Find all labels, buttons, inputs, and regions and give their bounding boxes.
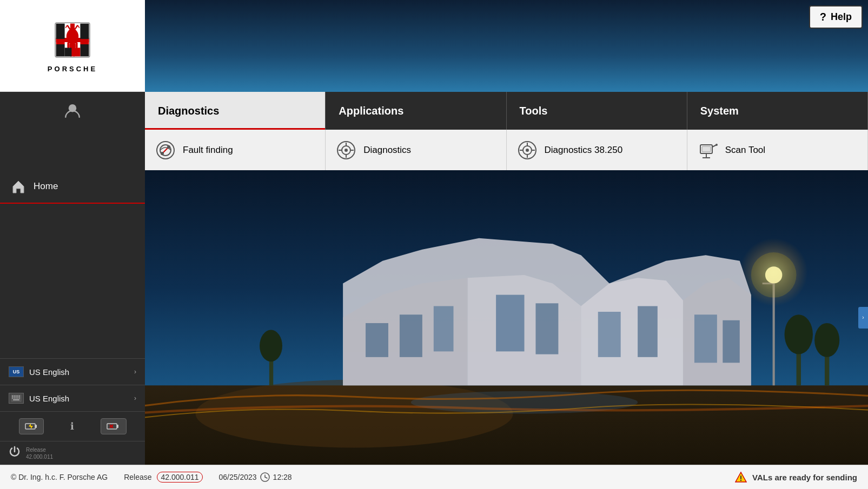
svg-rect-78 <box>535 303 558 354</box>
alert-triangle-icon <box>735 471 747 483</box>
svg-rect-51 <box>18 396 20 397</box>
release-info: Release 42.000.011 <box>26 446 53 460</box>
porsche-wordmark: PORSCHE <box>48 65 97 73</box>
lang1-chevron-right-icon: › <box>134 368 136 376</box>
sidebar-submenu-spacer <box>0 130 145 170</box>
power-button[interactable] <box>9 446 21 460</box>
submenu-diagnostics[interactable]: Diagnostics <box>326 130 506 170</box>
svg-rect-53 <box>14 398 16 399</box>
fault-finding-icon <box>156 140 175 160</box>
submenu-diagnostics-38[interactable]: Diagnostics 38.250 <box>507 130 687 170</box>
nav-menu-diagnostics[interactable]: Diagnostics <box>145 92 326 130</box>
svg-rect-13 <box>56 39 65 44</box>
help-button[interactable]: ? Help <box>809 5 863 29</box>
svg-point-65 <box>196 380 513 448</box>
status-date-value: 06/25/2023 <box>219 473 257 481</box>
svg-rect-81 <box>694 314 717 363</box>
svg-rect-80 <box>638 306 658 357</box>
svg-rect-77 <box>496 295 524 352</box>
svg-rect-14 <box>56 44 65 56</box>
svg-rect-55 <box>18 398 20 399</box>
diag38-icon <box>518 140 537 160</box>
svg-rect-79 <box>598 312 621 357</box>
svg-rect-60 <box>117 425 118 428</box>
info-icon[interactable]: ℹ <box>70 420 74 432</box>
svg-point-87 <box>785 314 813 354</box>
status-copyright: © Dr. Ing. h.c. F. Porsche AG <box>11 473 108 481</box>
submenu-fault-finding[interactable]: Fault finding <box>145 130 326 170</box>
svg-rect-82 <box>723 320 739 363</box>
status-release-prefix: Release <box>124 473 151 481</box>
scan-tool-label: Scan Tool <box>725 145 765 156</box>
svg-point-46 <box>715 144 718 146</box>
sidebar-lang2-item[interactable]: US English › <box>0 385 145 411</box>
svg-line-94 <box>265 477 267 478</box>
svg-point-85 <box>751 252 797 298</box>
svg-rect-50 <box>16 396 18 397</box>
svg-point-97 <box>740 480 741 481</box>
svg-rect-58 <box>35 425 37 428</box>
status-date: 06/25/2023 12:28 <box>219 472 292 482</box>
keyboard-icon <box>9 393 24 404</box>
sidebar-home-item[interactable]: Home <box>0 170 145 204</box>
diag38-label: Diagnostics 38.250 <box>545 145 623 156</box>
diagnostics-icon <box>336 140 356 160</box>
nav-menu-system[interactable]: System <box>687 92 868 130</box>
hero-image: › <box>145 170 868 465</box>
release-version: 42.000.011 <box>26 453 53 460</box>
status-alert: VALs are ready for sending <box>735 471 857 483</box>
lang2-chevron-right-icon: › <box>134 394 136 402</box>
svg-rect-18 <box>65 48 72 56</box>
sidebar: Home US US English › <box>0 170 145 465</box>
svg-point-89 <box>814 323 839 357</box>
svg-point-25 <box>161 152 164 155</box>
svg-rect-76 <box>434 306 454 352</box>
help-circle-icon: ? <box>820 11 826 23</box>
svg-rect-54 <box>16 398 18 399</box>
sidebar-home-label: Home <box>34 181 58 192</box>
svg-rect-48 <box>12 396 14 397</box>
status-release: Release 42.000.011 <box>124 473 202 481</box>
svg-rect-52 <box>12 398 14 399</box>
submenu-scan-tool[interactable]: Scan Tool <box>687 130 868 170</box>
nav-menus: Diagnostics Applications Tools System <box>145 92 868 130</box>
release-label: Release <box>26 446 53 453</box>
svg-rect-49 <box>14 396 16 397</box>
svg-rect-56 <box>13 399 19 400</box>
svg-rect-17 <box>80 44 89 56</box>
user-icon <box>64 102 81 119</box>
scroll-hint-right[interactable]: › <box>858 307 868 329</box>
status-bar: © Dr. Ing. h.c. F. Porsche AG Release 42… <box>0 465 868 489</box>
svg-rect-6 <box>74 43 76 48</box>
submenu-items: Fault finding Diagnostics <box>145 130 868 170</box>
lang2-label: US English <box>29 394 69 403</box>
svg-rect-44 <box>702 146 711 152</box>
sidebar-bottom-icons: ℹ <box>0 411 145 441</box>
status-release-number: 42.000.011 <box>157 472 202 483</box>
nav-menu-tools[interactable]: Tools <box>507 92 687 130</box>
svg-rect-21 <box>145 0 868 92</box>
svg-rect-7 <box>76 42 78 48</box>
fault-finding-label: Fault finding <box>183 145 233 156</box>
sidebar-user-area <box>0 92 145 130</box>
svg-rect-4 <box>67 42 69 48</box>
svg-rect-75 <box>400 314 422 357</box>
battery-charging-icon[interactable] <box>19 418 44 434</box>
svg-point-36 <box>526 149 529 152</box>
nav-menu-applications[interactable]: Applications <box>326 92 506 130</box>
porsche-logo: PORSCHE <box>0 0 145 92</box>
help-button-label: Help <box>831 11 852 23</box>
svg-rect-16 <box>80 39 89 44</box>
lang1-flag: US <box>9 366 24 377</box>
diagnostics-label: Diagnostics <box>363 145 411 156</box>
svg-point-3 <box>67 29 78 44</box>
svg-rect-5 <box>69 43 71 48</box>
battery-x-icon[interactable] <box>101 418 127 434</box>
svg-rect-74 <box>366 323 388 357</box>
clock-icon <box>260 472 270 482</box>
sidebar-lang1-item[interactable]: US US English › <box>0 358 145 385</box>
svg-point-29 <box>344 149 348 152</box>
scan-tool-icon <box>698 140 718 160</box>
svg-marker-72 <box>581 278 683 385</box>
svg-point-91 <box>260 330 282 362</box>
